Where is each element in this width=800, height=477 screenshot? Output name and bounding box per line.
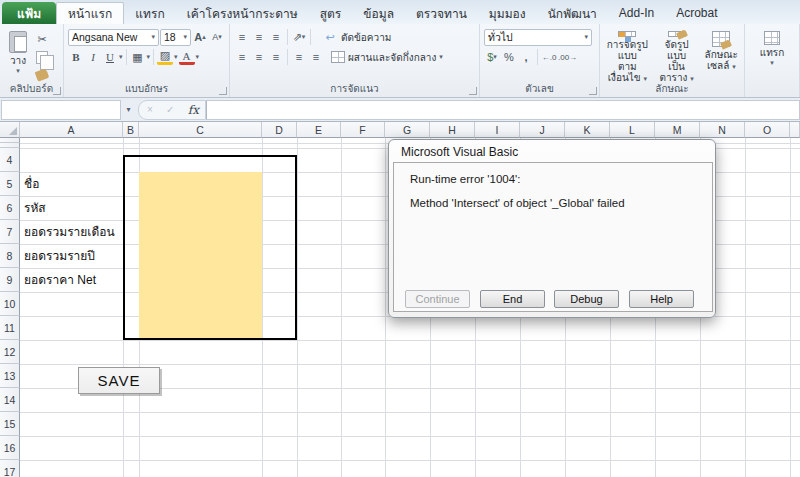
tab-addin[interactable]: Add-In <box>608 2 665 24</box>
tab-review[interactable]: ตรวจทาน <box>405 2 478 24</box>
font-dialog-launcher[interactable] <box>219 87 227 95</box>
tab-data[interactable]: ข้อมูล <box>352 2 405 24</box>
row-header-9[interactable]: 9 <box>0 268 20 292</box>
align-center-button[interactable]: ≡ <box>251 49 267 65</box>
cell-label-A7[interactable]: ยอดรวมรายเดือน <box>24 220 120 244</box>
font-size-combo[interactable]: 18 ▾ <box>160 29 191 46</box>
format-as-table-button[interactable]: จัดรูปแบบ เป็นตาราง ▾ <box>655 27 699 83</box>
row-header-8[interactable]: 8 <box>0 244 20 268</box>
row-header-11[interactable]: 11 <box>0 316 20 340</box>
enter-icon[interactable]: ✓ <box>166 104 174 115</box>
shrink-font-button[interactable]: A▾ <box>209 29 225 45</box>
row-header-13[interactable]: 13 <box>0 364 20 388</box>
italic-button[interactable]: I <box>85 49 101 65</box>
fill-color-button[interactable]: ▨ <box>157 49 173 65</box>
borders-dropdown-icon[interactable]: ▾ <box>147 54 151 60</box>
cell-label-A5[interactable]: ชื่อ <box>24 172 120 196</box>
borders-button[interactable]: ▦ <box>130 49 146 65</box>
cell-label-A9[interactable]: ยอดราคา Net <box>24 268 120 292</box>
number-dialog-launcher[interactable] <box>589 87 597 95</box>
row-header-5[interactable]: 5 <box>0 172 20 196</box>
column-header-A[interactable]: A <box>20 122 123 138</box>
cut-button[interactable]: ✂ <box>34 31 50 47</box>
align-bottom-button[interactable]: ≡ <box>268 29 284 45</box>
column-header-L[interactable]: L <box>610 122 655 138</box>
end-button[interactable]: End <box>480 290 545 308</box>
column-header-C[interactable]: C <box>139 122 262 138</box>
cell-label-A6[interactable]: รหัส <box>24 196 120 220</box>
column-header-H[interactable]: H <box>430 122 475 138</box>
cell-styles-button[interactable]: ลักษณะ เซลล์ ▾ <box>701 27 742 83</box>
increase-decimal-button[interactable]: ←.0 <box>541 49 557 65</box>
grow-font-button[interactable]: A▴ <box>192 29 208 45</box>
align-middle-button[interactable]: ≡ <box>251 29 267 45</box>
tab-view[interactable]: มุมมอง <box>478 2 537 24</box>
column-header-I[interactable]: I <box>475 122 520 138</box>
align-top-button[interactable]: ≡ <box>234 29 250 45</box>
row-header-14[interactable]: 14 <box>0 388 20 412</box>
formula-input[interactable] <box>206 100 800 120</box>
align-right-button[interactable]: ≡ <box>268 49 284 65</box>
column-header-J[interactable]: J <box>520 122 565 138</box>
insert-function-icon[interactable]: fx <box>188 103 199 117</box>
comma-style-button[interactable]: , <box>518 49 534 65</box>
insert-cells-button[interactable]: แทรก ▾ <box>747 29 797 68</box>
merge-center-button[interactable]: ผสานและจัดกึ่งกลาง ▾ <box>331 50 443 65</box>
row-header-4[interactable]: 4 <box>0 148 20 172</box>
column-header-B[interactable]: B <box>123 122 139 138</box>
tab-file[interactable]: แฟ้ม <box>2 2 56 24</box>
increase-indent-button[interactable]: ≡ <box>308 49 324 65</box>
alignment-dialog-launcher[interactable] <box>469 87 477 95</box>
tab-home[interactable]: หน้าแรก <box>56 2 124 24</box>
tab-acrobat[interactable]: Acrobat <box>665 2 728 24</box>
cancel-icon[interactable]: × <box>147 104 153 115</box>
column-header-O[interactable]: O <box>745 122 790 138</box>
align-left-button[interactable]: ≡ <box>234 49 250 65</box>
copy-button[interactable] <box>34 49 50 65</box>
decrease-decimal-button[interactable]: .00→ <box>558 49 577 65</box>
column-header-F[interactable]: F <box>341 122 385 138</box>
row-header-16[interactable]: 16 <box>0 436 20 460</box>
rectangle-shape[interactable] <box>123 155 297 340</box>
underline-dropdown-icon[interactable]: ▾ <box>119 54 123 60</box>
wrap-text-button[interactable]: ↩ ตัดข้อความ <box>322 29 391 45</box>
tab-insert[interactable]: แทรก <box>124 2 175 24</box>
percent-style-button[interactable]: % <box>501 49 517 65</box>
continue-button[interactable]: Continue <box>405 290 470 308</box>
underline-button[interactable]: U <box>102 49 118 65</box>
row-header-7[interactable]: 7 <box>0 220 20 244</box>
column-header-partial[interactable] <box>790 122 800 138</box>
row-header-10[interactable]: 10 <box>0 292 20 316</box>
bold-button[interactable]: B <box>68 49 84 65</box>
row-header-6[interactable]: 6 <box>0 196 20 220</box>
column-header-K[interactable]: K <box>565 122 610 138</box>
font-color-button[interactable]: A <box>179 49 195 65</box>
conditional-formatting-button[interactable]: การจัดรูปแบบ ตามเงื่อนไข ▾ <box>602 27 653 83</box>
select-all-corner[interactable] <box>0 122 20 138</box>
accounting-format-button[interactable]: $▾ <box>484 49 500 65</box>
column-header-D[interactable]: D <box>262 122 297 138</box>
column-header-G[interactable]: G <box>385 122 430 138</box>
row-header-15[interactable]: 15 <box>0 412 20 436</box>
fill-color-dropdown-icon[interactable]: ▾ <box>174 54 178 60</box>
decrease-indent-button[interactable]: ≡ <box>291 49 307 65</box>
column-header-E[interactable]: E <box>297 122 341 138</box>
font-name-combo[interactable]: Angsana New ▾ <box>68 29 159 46</box>
paste-button[interactable]: วาง ▾ <box>6 29 30 83</box>
name-box[interactable] <box>1 100 121 120</box>
save-button[interactable]: SAVE <box>78 367 160 394</box>
row-header-17[interactable]: 17 <box>0 460 20 477</box>
number-format-combo[interactable]: ทั่วไป ▾ <box>484 29 592 46</box>
tab-page-layout[interactable]: เค้าโครงหน้ากระดาษ <box>176 2 309 24</box>
clipboard-dialog-launcher[interactable] <box>53 87 61 95</box>
font-color-dropdown-icon[interactable]: ▾ <box>196 54 200 60</box>
tab-formulas[interactable]: สูตร <box>309 2 353 24</box>
row-header-12[interactable]: 12 <box>0 340 20 364</box>
vb-error-dialog[interactable]: Microsoft Visual Basic Run-time error '1… <box>388 139 716 318</box>
debug-button[interactable]: Debug <box>554 290 619 308</box>
help-button[interactable]: Help <box>629 290 694 308</box>
orientation-button[interactable]: ⇗▾ <box>291 29 307 45</box>
column-header-M[interactable]: M <box>655 122 700 138</box>
column-header-N[interactable]: N <box>700 122 745 138</box>
tab-developer[interactable]: นักพัฒนา <box>537 2 608 24</box>
